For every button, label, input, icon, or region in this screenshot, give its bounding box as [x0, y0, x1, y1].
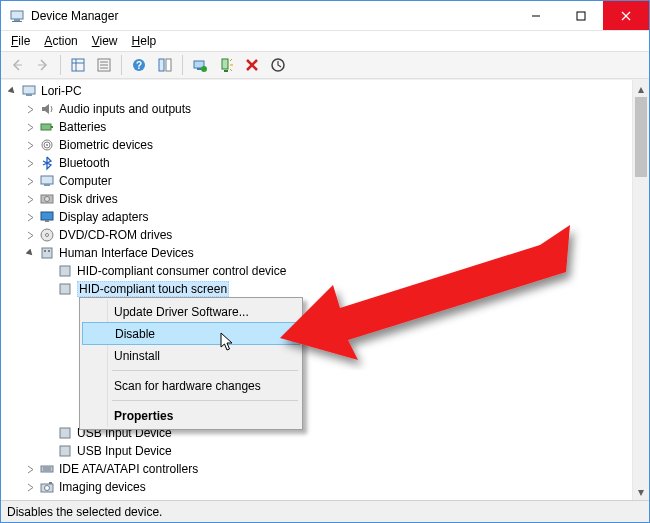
tree-device-selected[interactable]: HID-compliant touch screen	[1, 280, 649, 298]
titlebar: Device Manager	[1, 1, 649, 31]
svg-rect-7	[72, 59, 84, 71]
svg-rect-32	[41, 176, 53, 184]
tree-category[interactable]: Batteries	[1, 118, 649, 136]
tree-category[interactable]: Audio inputs and outputs	[1, 100, 649, 118]
expand-icon[interactable]	[23, 192, 37, 206]
ide-icon	[39, 461, 55, 477]
scroll-thumb[interactable]	[635, 97, 647, 177]
hid-device-icon	[57, 425, 73, 441]
show-hide-tree-button[interactable]	[66, 53, 90, 77]
tree-label: Human Interface Devices	[59, 246, 194, 260]
svg-rect-19	[197, 68, 201, 70]
tree-category[interactable]: Biometric devices	[1, 136, 649, 154]
tree-label: Computer	[59, 174, 112, 188]
properties-button[interactable]	[92, 53, 116, 77]
help-button[interactable]: ?	[127, 53, 151, 77]
toolbar: ?	[1, 51, 649, 79]
expand-icon[interactable]	[23, 174, 37, 188]
menu-help[interactable]: Help	[126, 32, 163, 50]
tree-label: Audio inputs and outputs	[59, 102, 191, 116]
expand-icon[interactable]	[23, 228, 37, 242]
hid-device-icon	[57, 281, 73, 297]
tree-label: Bluetooth	[59, 156, 110, 170]
menu-action[interactable]: Action	[38, 32, 83, 50]
device-manager-window: Device Manager File Action View Help ?	[0, 0, 650, 523]
expand-icon[interactable]	[23, 210, 37, 224]
svg-rect-28	[51, 126, 53, 128]
tree-device[interactable]: USB Input Device	[1, 442, 649, 460]
ctx-properties[interactable]: Properties	[82, 404, 300, 427]
expand-icon[interactable]	[23, 156, 37, 170]
tree-category[interactable]: Disk drives	[1, 190, 649, 208]
tree-label: DVD/CD-ROM drives	[59, 228, 172, 242]
toolbar-separator	[121, 55, 122, 75]
svg-rect-47	[41, 466, 53, 472]
svg-rect-17	[166, 59, 171, 71]
tree-label: Lori-PC	[41, 84, 82, 98]
close-button[interactable]	[603, 1, 649, 30]
ctx-uninstall[interactable]: Uninstall	[82, 344, 300, 367]
computer-icon	[39, 173, 55, 189]
menu-file[interactable]: File	[5, 32, 36, 50]
device-tree[interactable]: Lori-PC Audio inputs and outputs Batteri…	[1, 80, 649, 498]
svg-rect-52	[49, 482, 52, 484]
svg-rect-42	[48, 250, 50, 252]
svg-rect-16	[159, 59, 164, 71]
svg-rect-46	[60, 446, 70, 456]
back-button[interactable]	[5, 53, 29, 77]
expand-icon[interactable]	[23, 138, 37, 152]
svg-point-20	[201, 66, 207, 72]
enable-device-button[interactable]	[214, 53, 238, 77]
hid-icon	[39, 245, 55, 261]
svg-rect-2	[12, 21, 22, 22]
ctx-scan-hardware[interactable]: Scan for hardware changes	[82, 374, 300, 397]
svg-rect-0	[11, 11, 23, 19]
imaging-icon	[39, 479, 55, 495]
tree-category[interactable]: IDE ATA/ATAPI controllers	[1, 460, 649, 478]
collapse-icon[interactable]	[23, 246, 37, 260]
svg-rect-1	[14, 19, 20, 21]
biometric-icon	[39, 137, 55, 153]
tree-label: USB Input Device	[77, 444, 172, 458]
tree-label: Disk drives	[59, 192, 118, 206]
display-icon	[39, 209, 55, 225]
tree-category-hid[interactable]: Human Interface Devices	[1, 244, 649, 262]
console-tree-button[interactable]	[153, 53, 177, 77]
tree-category[interactable]: Bluetooth	[1, 154, 649, 172]
svg-rect-26	[26, 94, 32, 96]
maximize-button[interactable]	[558, 1, 603, 30]
scroll-up-arrow[interactable]: ▴	[633, 80, 649, 97]
expand-icon[interactable]	[23, 480, 37, 494]
scroll-down-arrow[interactable]: ▾	[633, 483, 649, 500]
expand-icon[interactable]	[23, 120, 37, 134]
tree-category[interactable]: Computer	[1, 172, 649, 190]
tree-label: IDE ATA/ATAPI controllers	[59, 462, 198, 476]
menubar: File Action View Help	[1, 31, 649, 51]
tree-device[interactable]: HID-compliant consumer control device	[1, 262, 649, 280]
menu-view[interactable]: View	[86, 32, 124, 50]
tree-category[interactable]: DVD/CD-ROM drives	[1, 226, 649, 244]
uninstall-button[interactable]	[240, 53, 264, 77]
svg-rect-41	[44, 250, 46, 252]
ctx-disable[interactable]: Disable	[82, 322, 300, 345]
svg-rect-37	[45, 220, 49, 222]
tree-category[interactable]: Display adapters	[1, 208, 649, 226]
toolbar-separator	[182, 55, 183, 75]
ctx-update-driver[interactable]: Update Driver Software...	[82, 300, 300, 323]
tree-root[interactable]: Lori-PC	[1, 82, 649, 100]
vertical-scrollbar[interactable]: ▴ ▾	[632, 80, 649, 500]
tree-category[interactable]: Imaging devices	[1, 478, 649, 496]
svg-rect-36	[41, 212, 53, 220]
disk-icon	[39, 191, 55, 207]
collapse-icon[interactable]	[5, 84, 19, 98]
tree-label: Display adapters	[59, 210, 148, 224]
update-driver-button[interactable]	[188, 53, 212, 77]
app-icon	[9, 8, 25, 24]
expand-icon[interactable]	[23, 462, 37, 476]
scan-hardware-button[interactable]	[266, 53, 290, 77]
minimize-button[interactable]	[513, 1, 558, 30]
svg-rect-45	[60, 428, 70, 438]
svg-rect-21	[222, 59, 228, 69]
expand-icon[interactable]	[23, 102, 37, 116]
forward-button[interactable]	[31, 53, 55, 77]
